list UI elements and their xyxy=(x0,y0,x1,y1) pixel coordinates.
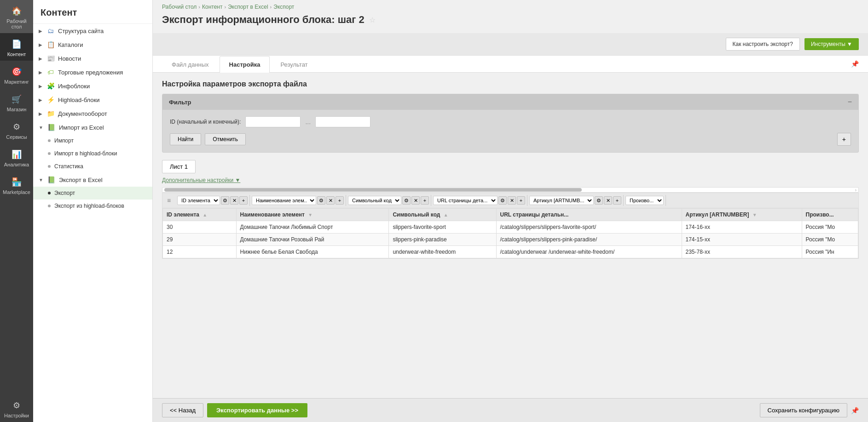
filter-buttons: Найти Отменить xyxy=(170,133,246,145)
sidebar-item-shop[interactable]: 🛒 Магазин xyxy=(0,88,33,116)
catalogs-icon: 📋 xyxy=(47,41,54,48)
tab-settings[interactable]: Настройка xyxy=(220,56,270,73)
bullet xyxy=(48,139,51,142)
bottom-pin-icon[interactable]: 📌 xyxy=(851,407,859,414)
col-select-sym[interactable]: Символьный код xyxy=(348,196,401,205)
sidebar-item-marketing[interactable]: 🎯 Маркетинг xyxy=(0,61,33,88)
col-add-after-id[interactable]: + xyxy=(239,196,248,205)
sidebar-item-news[interactable]: ▶ 📰 Новости xyxy=(33,51,152,65)
th-prod[interactable]: Произво... xyxy=(802,209,858,221)
sidebar-item-export-excel[interactable]: ▼ 📗 Экспорт в Excel xyxy=(33,173,152,187)
tools-button[interactable]: Инструменты ▼ xyxy=(804,38,859,50)
cell-name: Домашние Тапочки Розовый Рай xyxy=(236,234,389,246)
sidebar-item-desktop[interactable]: 🏠 Рабочий стол xyxy=(0,0,33,33)
filter-id-end-input[interactable] xyxy=(315,116,370,127)
expand-arrow: ▶ xyxy=(39,84,42,89)
sidebar-item-highload[interactable]: ▶ ⚡ Highload-блоки xyxy=(33,93,152,107)
col-settings-id[interactable]: ⚙ xyxy=(221,196,229,205)
col-remove-sym[interactable]: ✕ xyxy=(411,196,420,205)
favorite-star-icon[interactable]: ☆ xyxy=(369,16,376,24)
col-select-name[interactable]: Наименование элем... xyxy=(252,196,316,205)
settings-icon: ⚙ xyxy=(11,400,22,411)
col-settings-name[interactable]: ⚙ xyxy=(317,196,325,205)
sidebar-item-marketplace[interactable]: 🏪 Marketplace xyxy=(0,171,33,199)
how-to-export-button[interactable]: Как настроить экспорт? xyxy=(726,38,800,51)
col-add-after-sym[interactable]: + xyxy=(421,196,429,205)
bottom-bar: << Назад Экспортировать данные >> Сохран… xyxy=(153,398,868,422)
sidebar-item-catalogs[interactable]: ▶ 📋 Каталоги xyxy=(33,38,152,51)
col-config-url: URL страницы дета... ⚙ ✕ + xyxy=(431,195,527,206)
sidebar-item-analytics[interactable]: 📊 Аналитика xyxy=(0,143,33,171)
add-filter-button[interactable]: + xyxy=(837,133,851,146)
expand-arrow: ▶ xyxy=(39,111,42,116)
sidebar-item-export[interactable]: Экспорт xyxy=(33,187,152,200)
horizontal-scrollbar[interactable]: › xyxy=(162,187,859,193)
sidebar-item-settings[interactable]: ⚙ Настройки xyxy=(0,394,33,422)
nav-panel-title: Контент xyxy=(33,0,152,24)
filter-collapse-button[interactable]: − xyxy=(848,98,852,106)
export-excel-icon: 📗 xyxy=(48,176,55,183)
col-remove-art[interactable]: ✕ xyxy=(604,196,612,205)
breadcrumb-export-excel[interactable]: Экспорт в Excel xyxy=(228,4,268,10)
sidebar-item-site-structure[interactable]: ▶ 🗂 Структура сайта xyxy=(33,24,152,38)
column-config-row: ≡ ID элемента ⚙ ✕ + Наименование элем... xyxy=(162,193,858,208)
th-url[interactable]: URL страницы детальн... xyxy=(496,209,682,221)
filter-title: Фильтр xyxy=(169,99,191,106)
col-remove-url[interactable]: ✕ xyxy=(508,196,516,205)
th-id[interactable]: ID элемента ▲ xyxy=(163,209,237,221)
col-select-prod[interactable]: Произво... xyxy=(625,196,664,205)
breadcrumb-content[interactable]: Контент xyxy=(202,4,222,10)
tab-pin-icon[interactable]: 📌 xyxy=(851,60,859,68)
sort-desc-icon: ▼ xyxy=(752,212,757,217)
drag-handle: ≡ xyxy=(162,197,175,204)
col-settings-url[interactable]: ⚙ xyxy=(498,196,507,205)
sidebar-item-import[interactable]: Импорт xyxy=(33,134,152,147)
additional-settings-link[interactable]: Дополнительные настройки ▼ xyxy=(162,177,859,183)
col-add-after-url[interactable]: + xyxy=(517,196,525,205)
col-settings-art[interactable]: ⚙ xyxy=(595,196,603,205)
find-button[interactable]: Найти xyxy=(170,133,201,145)
cell-art: 174-16-xx xyxy=(682,221,802,234)
col-select-url[interactable]: URL страницы дета... xyxy=(433,196,498,205)
col-config-prod: Произво... xyxy=(624,195,666,206)
filter-actions: Найти Отменить + xyxy=(170,133,851,146)
col-select-id[interactable]: ID элемента xyxy=(177,196,220,205)
main-inner: Рабочий стол › Контент › Экспорт в Excel… xyxy=(153,0,868,398)
content-area: Настройка параметров экспорта файла Филь… xyxy=(153,73,868,266)
scroll-right-arrow[interactable]: › xyxy=(855,188,856,193)
export-button[interactable]: Экспортировать данные >> xyxy=(207,403,307,417)
col-remove-name[interactable]: ✕ xyxy=(326,196,335,205)
sidebar-item-docflow[interactable]: ▶ 📁 Документооборот xyxy=(33,107,152,120)
breadcrumb-desktop[interactable]: Рабочий стол xyxy=(162,4,197,10)
col-settings-sym[interactable]: ⚙ xyxy=(402,196,411,205)
table-row: 30 Домашние Тапочки Любимый Спорт slippe… xyxy=(163,221,858,234)
sidebar-item-export-highload[interactable]: Экспорт из highload-блоков xyxy=(33,200,152,212)
sidebar-item-content[interactable]: 📄 Контент xyxy=(0,33,33,61)
back-button[interactable]: << Назад xyxy=(162,403,203,417)
expand-arrow: ▶ xyxy=(39,70,42,75)
filter-body: ID (начальный и конечный): ... Найти Отм… xyxy=(162,110,858,152)
col-add-after-name[interactable]: + xyxy=(336,196,344,205)
sidebar-item-trade-offers[interactable]: ▶ 🏷 Торговые предложения xyxy=(33,65,152,79)
expand-arrow: ▶ xyxy=(39,42,42,47)
col-add-after-art[interactable]: + xyxy=(613,196,621,205)
tab-file-data[interactable]: Файл данных xyxy=(162,56,219,73)
th-art[interactable]: Артикул [ARTNUMBER] ▼ xyxy=(682,209,802,221)
toolbar: Как настроить экспорт? Инструменты ▼ xyxy=(153,33,868,56)
th-name[interactable]: Наименование элемент ▼ xyxy=(236,209,389,221)
cancel-button[interactable]: Отменить xyxy=(205,133,246,145)
save-config-button[interactable]: Сохранить конфигурацию xyxy=(760,403,847,417)
sidebar-item-services[interactable]: ⚙ Сервисы xyxy=(0,116,33,143)
sidebar-item-import-highload[interactable]: Импорт в highload-блоки xyxy=(33,147,152,160)
col-remove-id[interactable]: ✕ xyxy=(230,196,238,205)
tab-result[interactable]: Результат xyxy=(271,56,317,73)
expand-arrow: ▼ xyxy=(39,177,43,182)
sheet-tab[interactable]: Лист 1 xyxy=(162,160,196,173)
th-sym[interactable]: Символьный код ▲ xyxy=(389,209,496,221)
col-select-art[interactable]: Артикул [ARTNUMB... xyxy=(529,196,594,205)
sidebar-item-import-excel[interactable]: ▼ 📗 Импорт из Excel xyxy=(33,120,152,134)
sidebar-item-infoblocks[interactable]: ▶ 🧩 Инфоблоки xyxy=(33,79,152,93)
sidebar-item-statistics[interactable]: Статистика xyxy=(33,160,152,173)
filter-id-start-input[interactable] xyxy=(245,116,301,127)
breadcrumb-export[interactable]: Экспорт xyxy=(273,4,294,10)
